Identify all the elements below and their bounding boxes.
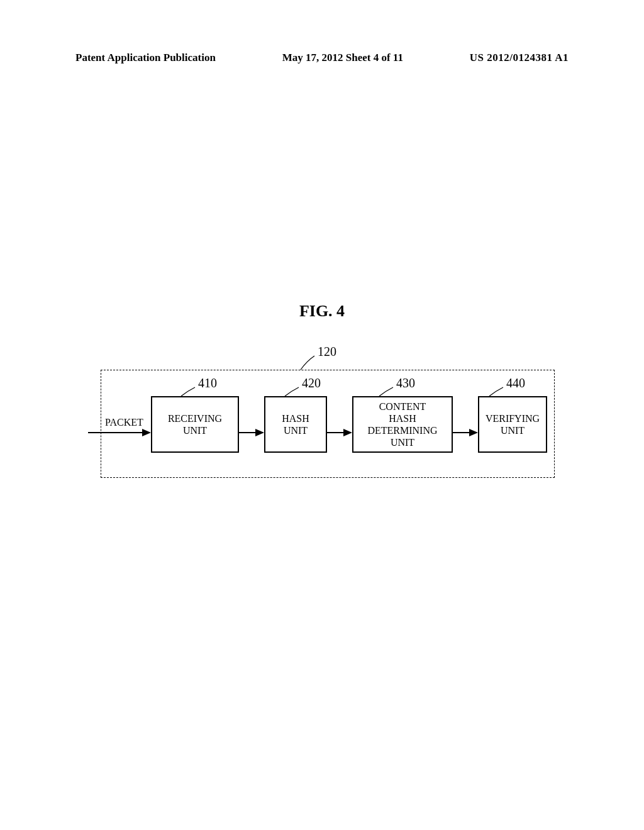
page: Patent Application Publication May 17, 2… (0, 0, 644, 830)
leader-u4 (489, 387, 503, 396)
block-diagram: 120 410 420 430 440 PACKET RECEIVING UNI… (101, 345, 553, 489)
header-right: US 2012/0124381 A1 (470, 52, 569, 64)
arrows-overlay (101, 345, 553, 489)
header-left: Patent Application Publication (75, 52, 216, 64)
header-middle: May 17, 2012 Sheet 4 of 11 (282, 52, 403, 64)
leader-u2 (285, 387, 299, 396)
figure-title: FIG. 4 (0, 302, 644, 321)
leader-u3 (379, 387, 393, 396)
page-header: Patent Application Publication May 17, 2… (0, 52, 644, 64)
leader-outer (301, 356, 314, 370)
leader-u1 (181, 387, 195, 396)
